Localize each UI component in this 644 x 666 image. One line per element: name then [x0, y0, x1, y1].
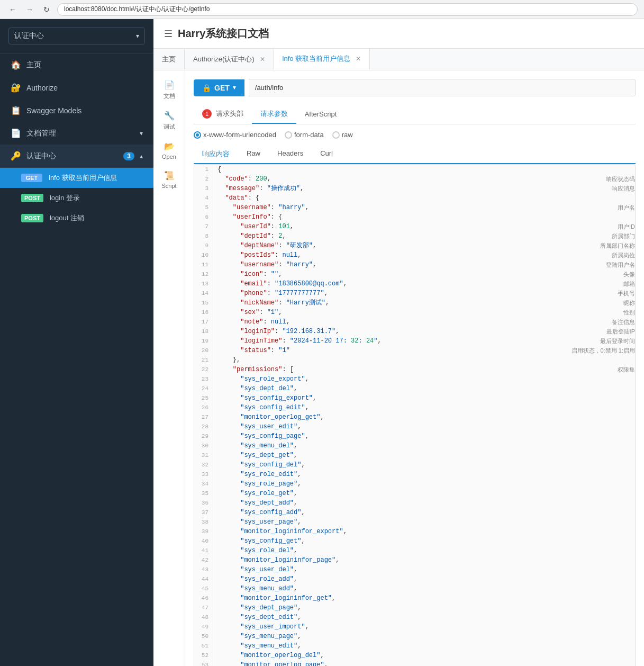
line-number: 32	[194, 460, 213, 470]
urlencoded-radio[interactable]	[194, 131, 201, 139]
json-line: 21 },	[194, 355, 635, 365]
line-number: 25	[194, 393, 213, 403]
line-number: 15	[194, 298, 213, 308]
line-number: 39	[194, 527, 213, 536]
sidebar-sub-post-logout[interactable]: POST logout 注销	[0, 208, 153, 228]
line-comment: 响应状态码	[606, 174, 635, 184]
left-panel-open[interactable]: 📂 Open	[153, 137, 185, 164]
tab-info-close[interactable]: ✕	[356, 55, 361, 62]
line-content: "icon": "",	[213, 269, 613, 279]
left-panel-debug[interactable]: 🔧 调试	[153, 106, 185, 135]
tab-authorize[interactable]: Authorize(认证中心) ✕	[185, 49, 274, 69]
json-line: 2 "code": 200,响应状态码	[194, 174, 635, 184]
url-path-input[interactable]	[249, 79, 636, 96]
project-selector[interactable]: 认证中心 ▾	[8, 28, 145, 44]
line-number: 50	[194, 632, 213, 641]
left-panel-script[interactable]: 📜 Script	[153, 166, 185, 193]
resp-tab-content-label: 响应内容	[202, 150, 230, 158]
line-content: "sys_dept_edit",	[213, 613, 635, 622]
line-content: "sys_menu_add",	[213, 584, 635, 593]
line-comment: 所属部门	[612, 231, 635, 241]
line-comment: 昵称	[623, 298, 635, 308]
sidebar-item-home[interactable]: 🏠 主页	[0, 53, 153, 76]
tab-info[interactable]: info 获取当前用户信息 ✕	[274, 49, 370, 70]
line-number: 12	[194, 269, 213, 279]
line-number: 41	[194, 546, 213, 555]
tab-home[interactable]: 主页	[153, 49, 185, 69]
sidebar-item-docmgr[interactable]: 📄 文档管理 ▾	[0, 122, 153, 145]
json-line: 26 "sys_config_edit",	[194, 403, 635, 412]
json-line: 10 "postIds": null,所属岗位	[194, 250, 635, 260]
line-content: "sys_menu_edit",	[213, 641, 635, 651]
sidebar-item-swagger[interactable]: 📋 Swagger Models	[0, 99, 153, 122]
sub-item-label: login 登录	[50, 193, 80, 203]
json-line: 22 "permissions": [权限集	[194, 365, 635, 374]
back-button[interactable]: ←	[6, 3, 19, 16]
line-content: "sys_role_page",	[213, 479, 635, 489]
json-line: 37 "sys_config_add",	[194, 508, 635, 517]
reload-button[interactable]: ↻	[40, 3, 53, 16]
line-comment: 最后登录时间	[600, 336, 635, 346]
json-line: 47 "sys_dept_page",	[194, 603, 635, 613]
sidebar-item-label: 认证中心	[26, 151, 56, 161]
tab-info-label: info 获取当前用户信息	[283, 54, 351, 64]
req-tab-params[interactable]: 请求参数	[252, 105, 296, 124]
menu-icon[interactable]: ☰	[164, 28, 173, 40]
sidebar-item-authorize[interactable]: 🔐 Authorize	[0, 76, 153, 99]
left-panel-doc[interactable]: 📄 文档	[153, 76, 185, 104]
line-number: 14	[194, 289, 213, 298]
ct-raw[interactable]: raw	[332, 131, 353, 139]
json-line: 8 "deptId": 2,所属部门	[194, 231, 635, 241]
tab-authorize-close[interactable]: ✕	[260, 56, 265, 63]
json-line: 5 "username": "harry",用户名	[194, 203, 635, 212]
json-line: 34 "sys_role_page",	[194, 479, 635, 489]
json-line: 50 "sys_menu_page",	[194, 632, 635, 641]
resp-tab-raw-label: Raw	[247, 149, 260, 157]
line-comment: 启用状态，0:禁用 1:启用	[572, 346, 635, 355]
lock-icon: 🔒	[202, 84, 211, 92]
json-line: 24 "sys_dept_del",	[194, 384, 635, 393]
json-line: 7 "userId": 101,用户ID	[194, 222, 635, 231]
req-tab-header[interactable]: 1 请求头部	[194, 105, 252, 124]
json-line: 36 "sys_dept_add",	[194, 498, 635, 508]
resp-tab-headers[interactable]: Headers	[269, 145, 312, 163]
resp-tab-curl[interactable]: Curl	[312, 145, 341, 163]
left-panel-open-label: Open	[162, 154, 176, 160]
json-line: 13 "email": "183865800@qq.com",邮箱	[194, 279, 635, 289]
line-content: "username": "harry",	[213, 260, 595, 269]
method-button[interactable]: 🔒 GET ▾	[194, 79, 244, 96]
forward-button[interactable]: →	[23, 3, 36, 16]
req-tab-afterscript[interactable]: AfterScript	[296, 106, 346, 123]
url-bar[interactable]: localhost:8080/doc.html#/认证中心/认证中心/getIn…	[57, 3, 638, 16]
line-comment: 最后登陆IP	[606, 327, 635, 336]
json-line: 15 "nickName": "Harry测试",昵称	[194, 298, 635, 308]
sidebar-sub-post-login[interactable]: POST login 登录	[0, 188, 153, 208]
line-content: "data": {	[213, 193, 635, 203]
line-number: 44	[194, 574, 213, 584]
resp-tab-content[interactable]: 响应内容	[194, 145, 238, 164]
authcenter-badge: 3	[123, 152, 134, 160]
ct-formdata[interactable]: form-data	[285, 131, 324, 139]
formdata-radio[interactable]	[285, 131, 292, 139]
line-number: 7	[194, 222, 213, 231]
json-line: 35 "sys_role_get",	[194, 489, 635, 498]
json-line: 9 "deptName": "研发部",所属部门名称	[194, 241, 635, 250]
json-line: 3 "message": "操作成功",响应消息	[194, 184, 635, 193]
ct-urlencoded[interactable]: x-www-form-urlencoded	[194, 131, 276, 139]
resp-tab-curl-label: Curl	[320, 149, 333, 157]
line-content: "deptId": 2,	[213, 231, 601, 241]
json-line: 17 "note": null,备注信息	[194, 317, 635, 327]
line-content: "nickName": "Harry测试",	[213, 298, 613, 308]
json-line: 42 "monitor_logininfor_page",	[194, 555, 635, 565]
line-number: 16	[194, 308, 213, 317]
sidebar-sub-get-info[interactable]: GET info 获取当前用户信息	[0, 168, 153, 188]
line-number: 48	[194, 613, 213, 622]
sidebar-item-authcenter[interactable]: 🔑 认证中心 3 ▴	[0, 145, 153, 167]
req-tab-afterscript-label: AfterScript	[305, 110, 337, 118]
raw-radio[interactable]	[332, 131, 340, 139]
line-number: 23	[194, 374, 213, 384]
tab-authorize-label: Authorize(认证中心)	[193, 55, 255, 64]
line-content: "sys_user_import",	[213, 622, 635, 632]
json-line: 19 "loginTime": "2024-11-20 17: 32: 24",…	[194, 336, 635, 346]
resp-tab-raw[interactable]: Raw	[238, 145, 269, 163]
